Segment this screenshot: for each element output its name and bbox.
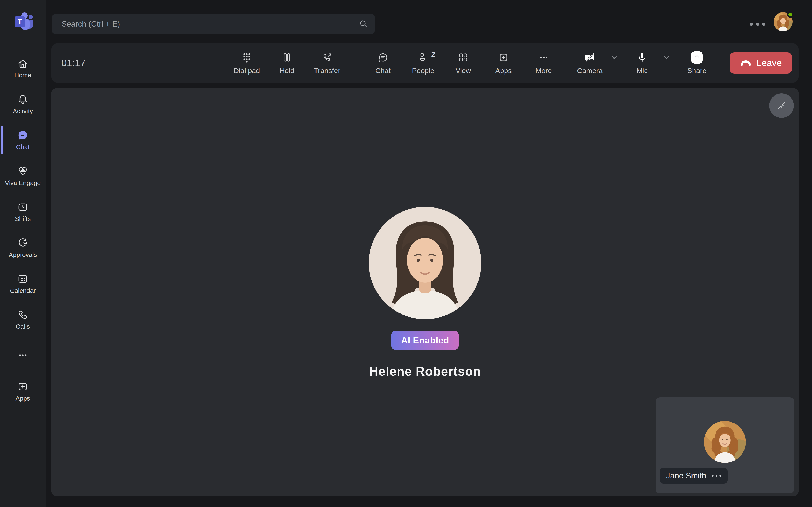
self-view-tile[interactable]: Jane Smith [656,397,794,493]
svg-text:T: T [17,17,22,25]
bell-icon [17,93,29,105]
pip-avatar [704,421,746,463]
home-icon [17,57,29,69]
people-icon: 2 [417,51,429,64]
sidebar-item-approvals[interactable]: Approvals [0,230,46,266]
camera-off-icon [584,51,596,64]
pip-name: Jane Smith [666,471,706,481]
chat-button[interactable]: Chat [363,51,403,75]
viva-engage-icon [17,165,29,177]
call-controls-group: Dial pad Hold Transfer [227,44,564,81]
hold-icon [281,51,293,64]
user-avatar[interactable] [773,12,793,31]
hold-button[interactable]: Hold [267,51,307,75]
chat-icon [17,129,29,141]
sidebar-item-chat[interactable]: Chat [0,122,46,158]
chat-bubble-icon [377,51,389,64]
participant-avatar [369,207,481,319]
shifts-clock-icon [17,201,29,213]
titlebar-more-options-icon[interactable] [749,19,767,29]
call-toolbar: 01:17 Dial pad [51,43,799,83]
sidebar-item-label: Viva Engage [5,179,41,186]
phone-icon [17,308,29,321]
mic-icon [637,51,648,64]
sidebar-item-label: Home [14,72,31,79]
view-button[interactable]: View [443,51,484,75]
hang-up-icon [740,59,752,67]
mic-button[interactable]: Mic [625,51,660,75]
sidebar-item-calls[interactable]: Calls [0,301,46,337]
participant-name: Helene Robertson [51,364,799,379]
sidebar-item-home[interactable]: Home [0,50,46,86]
sidebar-item-label: Apps [16,395,30,402]
apps-button[interactable]: Apps [484,51,523,75]
sidebar-item-label: Activity [13,108,33,115]
sidebar-item-label: Shifts [15,215,31,222]
teams-logo: T [12,11,34,33]
camera-button[interactable]: Camera [572,51,607,75]
sidebar-item-label: Approvals [9,251,37,258]
mic-chevron-icon[interactable] [660,51,673,64]
add-app-icon [498,51,509,64]
sidebar-item-activity[interactable]: Activity [0,86,46,122]
sidebar-item-label: Calendar [10,287,36,294]
sidebar-nav: Home Activity Chat [0,50,46,409]
share-button[interactable]: Share [679,51,714,75]
leave-button[interactable]: Leave [729,52,792,73]
grid-view-icon [458,51,469,64]
pip-more-options-icon[interactable] [712,475,721,477]
toolbar-divider [355,50,355,76]
more-button[interactable]: More [523,51,564,75]
collapse-arrows-icon [776,100,788,112]
sidebar-item-calendar[interactable]: Calendar [0,266,46,301]
share-screen-icon [691,51,703,64]
call-timer: 01:17 [61,43,86,83]
people-button[interactable]: 2 People [403,51,443,75]
dial-pad-icon [241,51,252,64]
transfer-button[interactable]: Transfer [307,51,347,75]
calendar-icon [17,273,29,285]
search-input[interactable] [52,14,375,34]
media-controls-group: Camera Mic [572,44,714,81]
transfer-call-icon [321,51,333,64]
search-icon [358,19,369,30]
sidebar-item-shifts[interactable]: Shifts [0,194,46,230]
sidebar-item-viva-engage[interactable]: Viva Engage [0,158,46,194]
camera-chevron-icon[interactable] [607,51,621,64]
collapse-button[interactable] [769,93,794,118]
toolbar-divider [557,50,557,76]
call-stage: AI Enabled Helene Robertson [51,88,799,496]
apps-icon [17,381,29,393]
ai-enabled-badge: AI Enabled [391,331,459,350]
leave-label: Leave [756,58,782,68]
more-ellipsis-icon [538,51,549,64]
ellipsis-icon [17,349,29,361]
app-sidebar: T Home Activity [0,0,46,507]
approvals-icon [17,237,29,249]
sidebar-item-apps[interactable]: Apps [0,373,46,409]
pip-name-pill: Jane Smith [660,468,728,484]
sidebar-item-label: Chat [16,144,30,151]
people-count-badge: 2 [431,50,435,58]
sidebar-item-label: Calls [16,323,30,330]
sidebar-more-button[interactable] [0,337,46,373]
dial-pad-button[interactable]: Dial pad [227,51,267,75]
status-available-dot [787,11,794,18]
search-input-wrapper [52,14,375,34]
teams-app-window: T Home Activity [0,0,812,507]
